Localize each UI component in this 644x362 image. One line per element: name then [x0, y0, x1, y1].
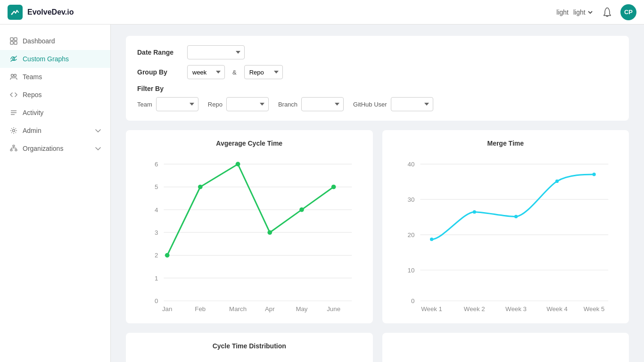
svg-text:Jan: Jan — [162, 305, 172, 313]
header-brand: EvolveDev.io — [8, 5, 74, 20]
code-icon — [9, 90, 18, 99]
branch-filter-label: Branch — [278, 101, 297, 108]
svg-text:Week 3: Week 3 — [505, 305, 527, 313]
svg-text:6: 6 — [155, 161, 158, 168]
theme-selector[interactable]: light light dark — [556, 8, 594, 16]
brand-name: EvolveDev.io — [27, 8, 74, 16]
app-header: EvolveDev.io light light dark CP — [0, 0, 644, 25]
sidebar-item-teams-label: Teams — [23, 73, 101, 81]
chevron-down-icon — [95, 127, 101, 134]
header-controls: light light dark CP — [556, 4, 636, 20]
svg-text:Week 5: Week 5 — [583, 305, 604, 313]
sidebar-item-organizations[interactable]: Organizations — [0, 140, 110, 157]
svg-rect-3 — [10, 41, 13, 44]
sidebar-item-teams[interactable]: Teams — [0, 68, 110, 86]
data-point — [555, 180, 558, 183]
date-range-label: Date Range — [137, 49, 180, 56]
svg-rect-13 — [10, 149, 12, 151]
charts-grid: Avgerage Cycle Time 6 5 4 3 2 1 — [126, 130, 629, 362]
data-point — [198, 185, 203, 189]
graph-icon — [9, 55, 18, 63]
data-point — [472, 210, 476, 214]
svg-text:0: 0 — [155, 297, 158, 304]
svg-point-5 — [13, 58, 15, 60]
sidebar-item-dashboard[interactable]: Dashboard — [0, 32, 110, 50]
team-filter-label: Team — [137, 101, 152, 108]
filter-by-label: Filter By — [137, 85, 618, 92]
svg-rect-12 — [13, 145, 15, 147]
group-by-label: Group By — [137, 68, 180, 76]
data-point — [429, 238, 433, 241]
data-point — [514, 215, 517, 218]
merge-area-card: Placeholder 50 40 — [382, 333, 629, 362]
people-icon — [9, 73, 18, 81]
sidebar-item-admin-label: Admin — [23, 127, 91, 134]
merge-time-line — [431, 174, 594, 239]
svg-text:May: May — [296, 305, 307, 313]
group-by-row: Group By week month day & Repo Team Bran… — [137, 65, 618, 79]
svg-point-7 — [14, 74, 17, 77]
avg-cycle-time-card: Avgerage Cycle Time 6 5 4 3 2 1 — [126, 130, 373, 323]
repo-select[interactable] — [226, 97, 269, 111]
svg-text:30: 30 — [407, 196, 414, 203]
data-point — [236, 162, 240, 166]
date-range-select[interactable]: Last 7 days Last 30 days Last 3 months — [187, 45, 245, 59]
data-point — [299, 207, 304, 212]
and-separator: & — [232, 69, 237, 76]
svg-text:40: 40 — [407, 161, 414, 168]
team-select[interactable] — [156, 97, 198, 111]
svg-text:3: 3 — [155, 229, 158, 236]
team-filter: Team — [137, 97, 198, 111]
user-avatar[interactable]: CP — [620, 4, 636, 20]
svg-text:1: 1 — [155, 275, 158, 282]
svg-text:Week 2: Week 2 — [463, 305, 485, 313]
data-point — [331, 185, 336, 189]
main-content: Date Range Last 7 days Last 30 days Last… — [111, 25, 644, 362]
sidebar-item-custom-graphs[interactable]: Custom Graphs — [0, 50, 110, 68]
avg-cycle-time-chart: 6 5 4 3 2 1 0 Jan Feb March Apr May June — [135, 153, 363, 312]
svg-text:Apr: Apr — [265, 305, 275, 313]
logo-icon — [8, 5, 23, 20]
notification-icon[interactable] — [600, 5, 615, 20]
svg-point-11 — [13, 130, 15, 132]
svg-rect-2 — [14, 38, 17, 41]
data-point — [592, 173, 595, 176]
date-range-row: Date Range Last 7 days Last 30 days Last… — [137, 45, 618, 59]
sidebar-item-repos-label: Repos — [23, 91, 101, 99]
branch-filter: Branch — [278, 97, 344, 111]
filter-by-section: Filter By Team Repo — [137, 85, 618, 111]
svg-point-6 — [11, 74, 14, 77]
svg-text:0: 0 — [411, 297, 414, 304]
filter-section: Date Range Last 7 days Last 30 days Last… — [126, 36, 629, 121]
branch-select[interactable] — [301, 97, 344, 111]
repo-filter: Repo — [208, 97, 269, 111]
merge-area-chart: 50 40 — [392, 355, 620, 362]
group-by2-select[interactable]: Repo Team Branch — [244, 65, 283, 79]
sidebar-item-organizations-label: Organizations — [23, 145, 91, 152]
merge-time-title: Merge Time — [392, 140, 620, 147]
svg-text:4: 4 — [155, 206, 158, 214]
chevron-down-icon-org — [95, 145, 101, 152]
svg-text:10: 10 — [407, 267, 414, 274]
sidebar: Dashboard Custom Graphs Teams — [0, 25, 111, 362]
svg-rect-1 — [10, 38, 13, 41]
theme-select[interactable]: light dark — [571, 8, 594, 16]
svg-text:2: 2 — [155, 252, 158, 259]
repo-filter-label: Repo — [208, 101, 223, 108]
merge-time-card: Merge Time 40 30 20 10 0 Week 1 W — [382, 130, 629, 323]
svg-text:March: March — [229, 305, 247, 313]
sidebar-item-custom-graphs-label: Custom Graphs — [23, 55, 101, 63]
cycle-distribution-title: Cycle Time Distribution — [135, 342, 363, 350]
sidebar-item-admin[interactable]: Admin — [0, 122, 110, 140]
theme-label: light — [556, 8, 569, 16]
group-by-select[interactable]: week month day — [187, 65, 225, 79]
svg-text:Feb: Feb — [195, 305, 206, 313]
merge-time-chart: 40 30 20 10 0 Week 1 Week 2 Week 3 Week … — [392, 153, 620, 312]
settings-icon — [9, 126, 18, 135]
github-user-select[interactable] — [391, 97, 433, 111]
svg-text:5: 5 — [155, 183, 158, 190]
svg-text:June: June — [327, 305, 340, 313]
github-user-filter: GitHub User — [353, 97, 433, 111]
sidebar-item-activity[interactable]: Activity — [0, 104, 110, 122]
sidebar-item-repos[interactable]: Repos — [0, 86, 110, 104]
